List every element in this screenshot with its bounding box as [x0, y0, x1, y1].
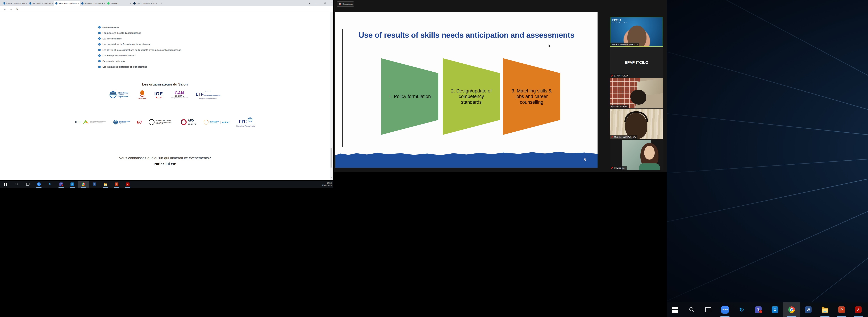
taskbar-zoom-app[interactable]: Z	[33, 181, 44, 188]
logo-subtext: International Training Centre	[612, 22, 628, 23]
ilo-globe-icon	[248, 117, 252, 122]
zoom-meeting-window: Recording... Use of results of skills ne…	[334, 0, 666, 172]
search-button[interactable]	[683, 302, 700, 317]
word-app-icon: W	[805, 307, 812, 313]
taskbar-teams-app[interactable]: T	[750, 302, 767, 317]
whatsapp-favicon	[107, 2, 110, 4]
light-beam	[666, 149, 868, 177]
taskbar-word-app[interactable]: W	[800, 302, 817, 317]
tab-close-icon[interactable]: ×	[78, 2, 79, 4]
notification-badge	[61, 184, 63, 186]
taskbar-file-explorer[interactable]	[100, 181, 111, 188]
window-minimize-button[interactable]: –	[314, 0, 320, 6]
participant-name-label: Stefano Merante - ITCILO	[610, 42, 639, 47]
taskbar-powerpoint-app[interactable]: P	[111, 181, 122, 188]
taskbar-outlook-app[interactable]: O	[767, 302, 783, 317]
taskbar-word-app[interactable]: W	[89, 181, 100, 188]
tab-specific-challenges[interactable]: A9716002: 8. SPECIFIC CHALLEN ×	[28, 1, 54, 6]
logo-subtext: Institut de la Francophonie pour l'éduca…	[90, 121, 106, 123]
tab-close-icon[interactable]: ×	[156, 2, 157, 4]
left-monitor: Course: Skills anticipation and m × A971…	[0, 0, 333, 188]
participant-tile-stefano[interactable]: ITC International Training Centre Stefan…	[610, 17, 663, 47]
step-label: 2. Design/update of competency standards	[450, 88, 493, 105]
ifef-logo: IFEF Institut de la Francophonie pour l'…	[75, 120, 106, 124]
reload-button[interactable]: ↻	[15, 7, 19, 11]
tab-skills-fair[interactable]: Skills Fair on Quality Apprentices ×	[80, 1, 106, 6]
running-indicator	[103, 187, 108, 188]
outlook-app-icon: O	[70, 182, 74, 186]
tab-close-icon[interactable]: ×	[26, 2, 27, 4]
mic-muted-icon	[611, 136, 613, 139]
tab-close-icon[interactable]: ×	[104, 2, 105, 4]
zoom-app-icon: zoom	[721, 306, 729, 314]
afd-ring-icon	[181, 119, 187, 125]
icde-logo: INTERNATIONAL COUNCIL FOR OPEN AND DISTA…	[149, 119, 174, 125]
new-tab-button[interactable]: +	[159, 1, 163, 5]
window-menu-caret[interactable]: ∨	[306, 0, 313, 6]
taskbar-chrome-app[interactable]	[78, 181, 89, 188]
tab-whatsapp[interactable]: WhatsApp ×	[106, 1, 132, 6]
task-view-button[interactable]	[22, 181, 33, 188]
slide-footer-brush-band	[335, 151, 597, 168]
participant-tile-karalaini[interactable]: karalaini.tubuna	[610, 78, 663, 109]
etf-stars-icon: ★ ★ ★	[205, 91, 211, 92]
ilo-favicon	[29, 2, 31, 4]
forward-button[interactable]: →	[9, 7, 13, 11]
start-button[interactable]	[0, 181, 11, 188]
recording-indicator[interactable]: Recording...	[337, 1, 354, 7]
taskbar-outlook-app[interactable]: O	[67, 181, 78, 188]
taskbar-clock[interactable]: 12:53 29/11/2023	[322, 182, 332, 186]
tab-close-icon[interactable]: ×	[52, 2, 53, 4]
tab-course-skills[interactable]: Course: Skills anticipation and m ×	[2, 1, 28, 6]
taskbar-powerpoint-app[interactable]: P	[833, 302, 850, 317]
running-indicator	[837, 316, 846, 317]
taskbar-file-explorer[interactable]	[817, 302, 833, 317]
footer-question: Vous connaissez quelqu'un qui aimerait c…	[0, 156, 330, 160]
tab-label: Skills Fair on Quality Apprentices	[85, 2, 103, 4]
task-view-button[interactable]	[700, 302, 717, 317]
scrollbar-down-arrow[interactable]: ▾	[331, 177, 333, 179]
slide-page-number: 5	[584, 157, 586, 162]
logo-text: ETFWorking together Learning for life	[196, 92, 220, 97]
list-item-text: Les intermédiaires	[102, 37, 122, 40]
taskbar-right-monitor: zoom ↻ T O W P A 12:53 29/11/2023	[666, 302, 868, 317]
search-button[interactable]	[11, 181, 22, 188]
search-icon	[689, 307, 694, 313]
chrome-app-icon	[82, 182, 85, 186]
taskbar-zoom-app[interactable]: zoom	[717, 302, 733, 317]
tab-deepl[interactable]: DeepL Translate: The world's mo ×	[132, 1, 158, 6]
running-indicator	[114, 187, 119, 188]
mic-muted-icon	[611, 75, 613, 77]
taskbar-sync-app[interactable]: ↻	[733, 302, 750, 317]
ilo-favicon	[3, 2, 5, 4]
light-beam	[740, 0, 868, 150]
participant-placeholder-name: EPAP ITCILO	[610, 48, 663, 78]
ituc-logo: ITUC CSI IGB	[138, 90, 147, 99]
scrollbar-thumb[interactable]	[331, 148, 332, 168]
running-indicator	[81, 187, 86, 188]
window-maximize-button[interactable]: □	[321, 0, 328, 6]
taskbar-acrobat-app[interactable]: A	[850, 302, 867, 317]
participant-name-label: EPAP ITCILO	[610, 74, 629, 78]
tab-salon-des-competences[interactable]: Salon des compétences sur les a ×	[54, 1, 80, 6]
list-item: ✓Les ONGs et les organisations de la soc…	[98, 47, 181, 53]
participant-tile-mathieu[interactable]: Mathieu KONDOKAO	[610, 109, 663, 139]
taskbar-left-monitor: Z ↻ T O W P A 12:53 29/11/2023	[0, 181, 333, 188]
taskbar-teams-app[interactable]: T	[56, 181, 67, 188]
participant-name: karalaini.tubuna	[611, 105, 627, 108]
participant-tile-devika[interactable]: Devika Iyer	[610, 140, 663, 170]
participant-tile-epap[interactable]: EPAP ITCILO EPAP ITCILO	[610, 48, 663, 78]
logo-subtext: International Training Centre	[236, 125, 255, 127]
check-icon: ✓	[98, 49, 101, 51]
window-close-button[interactable]: ×	[328, 0, 333, 6]
back-button[interactable]: ←	[3, 7, 7, 11]
ilo-60-logo: International Labour Organization 60	[113, 120, 142, 125]
taskbar-acrobat-app[interactable]: A	[122, 181, 133, 188]
mic-muted-icon	[611, 167, 613, 169]
taskbar-chrome-app[interactable]	[783, 302, 800, 317]
start-button[interactable]	[666, 302, 683, 317]
logo-text: ITC	[239, 119, 247, 124]
taskbar-sync-app[interactable]: ↻	[44, 181, 56, 188]
ituc-mark-icon	[140, 90, 145, 97]
tab-close-icon[interactable]: ×	[130, 2, 131, 4]
